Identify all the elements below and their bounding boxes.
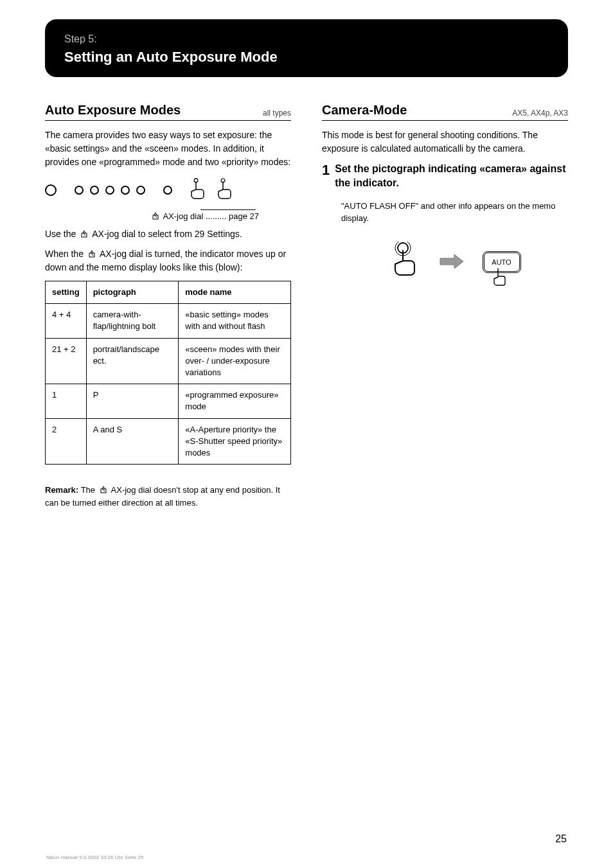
dial-circle-icon <box>105 186 114 195</box>
ax-jog-icon <box>80 229 89 238</box>
table-row: 1 P «programmed exposure» mode <box>46 384 291 418</box>
table-header: mode name <box>179 281 291 304</box>
table-row: 2 A and S «A-Aperture priority» the «S-S… <box>46 418 291 465</box>
ax-jog-icon <box>99 485 108 494</box>
arrow-right-icon <box>439 253 465 272</box>
intro-paragraph-2: When the AX-jog dial is turned, the indi… <box>45 247 291 274</box>
dial-circle-icon <box>136 186 145 195</box>
modes-table: setting pictograph mode name 4 + 4 camer… <box>45 281 291 465</box>
left-heading: Auto Exposure Modes <box>45 103 181 118</box>
ax-jog-icon <box>87 249 96 258</box>
right-illustration: AUTO <box>341 242 568 283</box>
right-intro: This mode is best for general shooting c… <box>322 128 568 155</box>
jog-dial-caption: AX-jog dial ......... page 27 <box>45 211 291 221</box>
right-column: Camera-Mode AX5, AX4p, AX3 This mode is … <box>322 103 568 509</box>
auto-button-label: AUTO <box>492 258 511 266</box>
hand-icon <box>215 178 235 201</box>
banner-step-label: Step 5: <box>64 33 549 45</box>
table-header: setting <box>46 281 87 304</box>
right-section-header: Camera-Mode AX5, AX4p, AX3 <box>322 103 568 121</box>
jog-dial-illustration <box>45 178 283 202</box>
hand-press-icon <box>490 267 508 291</box>
left-section-header: Auto Exposure Modes all types <box>45 103 291 121</box>
bracket-line <box>200 209 256 210</box>
intro-paragraph-1: Use the AX-jog dial to select from 29 Se… <box>45 227 291 241</box>
page-number: 25 <box>555 833 567 845</box>
auto-button-illustration: AUTO <box>483 251 521 273</box>
banner-title: Setting an Auto Exposure Mode <box>64 49 549 66</box>
dial-circle-icon <box>75 186 84 195</box>
hand-press-icon <box>389 242 421 283</box>
table-row: 4 + 4 camera-with-flap/lightning bolt «b… <box>46 304 291 338</box>
remark-text: Remark: The AX-jog dial doesn't stop at … <box>45 484 291 509</box>
hand-icon <box>188 178 208 201</box>
banner: Step 5: Setting an Auto Exposure Mode <box>45 19 568 77</box>
step-number: 1 <box>322 162 330 179</box>
step-row: 1 Set the pictograph indicating «camera»… <box>322 162 568 191</box>
step-instruction: Set the pictograph indicating «camera» a… <box>335 162 568 191</box>
table-row: 21 + 2 portrait/landscape ect. «sceen» m… <box>46 338 291 384</box>
left-intro-text: The camera provides two easy ways to set… <box>45 128 291 169</box>
dial-circle-icon <box>90 186 99 195</box>
ax-jog-icon <box>151 211 160 220</box>
left-subtitle: all types <box>263 109 291 118</box>
dial-circle-icon <box>121 186 130 195</box>
hand-press-icon <box>215 178 235 202</box>
right-heading: Camera-Mode <box>322 103 407 118</box>
hand-press-icon <box>188 178 208 202</box>
table-header: pictograph <box>86 281 179 304</box>
dial-circle-icon <box>163 186 172 195</box>
left-column: Auto Exposure Modes all types The camera… <box>45 103 291 509</box>
step-result: "AUTO FLASH OFF" and other info appears … <box>341 200 568 225</box>
footer-manual-name: Nikon manual 5.8.2002 10:26 Uhr Seite 25 <box>46 855 143 860</box>
dial-circle-icon <box>45 184 57 196</box>
right-subtitle: AX5, AX4p, AX3 <box>512 109 568 118</box>
